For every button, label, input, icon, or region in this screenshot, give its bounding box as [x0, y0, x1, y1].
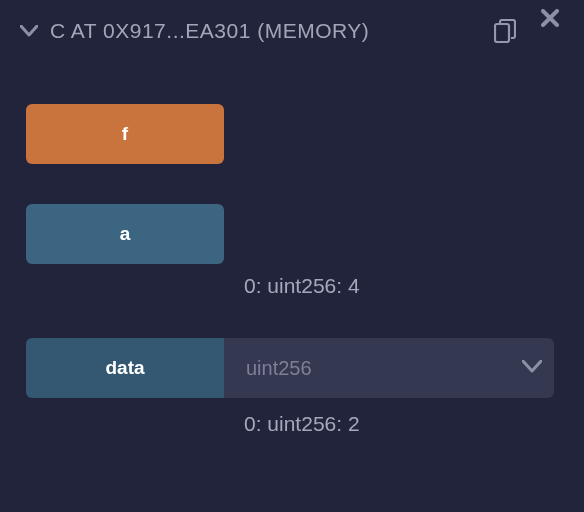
function-data-group: data	[12, 338, 572, 398]
header-actions	[492, 18, 560, 44]
panel-header: C AT 0X917...EA301 (MEMORY)	[12, 18, 572, 64]
close-icon[interactable]	[538, 6, 562, 30]
function-data-button[interactable]: data	[26, 338, 224, 398]
data-input[interactable]	[224, 338, 554, 398]
functions-area: f a	[12, 104, 572, 264]
copy-icon[interactable]	[492, 18, 518, 44]
chevron-down-icon[interactable]	[522, 359, 542, 377]
function-a-group: a	[26, 204, 572, 264]
function-a-button[interactable]: a	[26, 204, 224, 264]
contract-panel: C AT 0X917...EA301 (MEMORY) f a 0: uint2…	[0, 0, 584, 512]
contract-title: C AT 0X917...EA301 (MEMORY)	[50, 19, 482, 43]
svg-rect-0	[495, 24, 509, 42]
output-data: 0: uint256: 2	[12, 412, 572, 436]
collapse-icon[interactable]	[18, 20, 40, 42]
function-f-button[interactable]: f	[26, 104, 224, 164]
output-a: 0: uint256: 4	[12, 274, 572, 298]
